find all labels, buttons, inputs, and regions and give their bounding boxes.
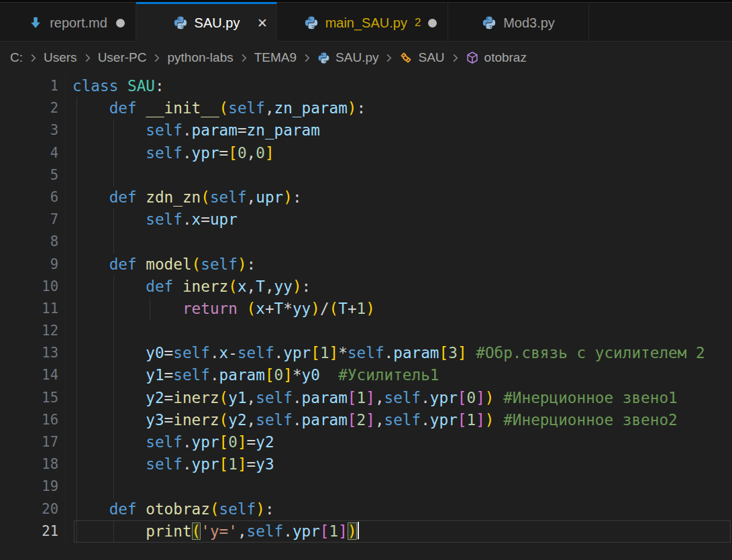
- code-editor[interactable]: 1class SAU:2 def __init__(self,zn_param)…: [0, 74, 732, 543]
- code-line[interactable]: 12: [0, 320, 732, 342]
- token-op: .: [210, 344, 219, 361]
- token-pl: [72, 500, 109, 518]
- token-b2: [: [458, 389, 467, 406]
- code-line[interactable]: 6 def zdn_zn(self,upr):: [0, 186, 732, 209]
- indent-guide: [113, 164, 114, 186]
- token-b1: ]: [238, 455, 247, 473]
- token-var: ypr: [192, 455, 219, 473]
- token-b1: ): [348, 522, 357, 540]
- token-op: =: [247, 433, 256, 451]
- token-pl: [72, 256, 109, 273]
- line-number: 1: [0, 75, 58, 97]
- indent-guide: [76, 164, 77, 186]
- line-number: 2: [0, 97, 58, 119]
- token-pl: [467, 344, 476, 361]
- code-line[interactable]: 5: [0, 164, 732, 186]
- code-line[interactable]: 4 self.ypr=[0,0]: [0, 142, 732, 164]
- code-line[interactable]: 9 def model(self):: [0, 254, 732, 276]
- token-com: #Инерционное звено1: [503, 389, 678, 406]
- tab-sau-py[interactable]: SAU.py✕: [136, 2, 277, 42]
- token-op: ,: [265, 99, 274, 117]
- indent-guide: [76, 342, 77, 364]
- indent-guide: [113, 142, 114, 164]
- token-var: upr: [210, 211, 238, 228]
- token-op: *: [338, 344, 348, 361]
- line-number: 11: [0, 298, 58, 320]
- tab-report-md[interactable]: report.md: [0, 2, 136, 42]
- breadcrumb-item-otobraz[interactable]: otobraz: [466, 50, 527, 65]
- tab-main-sau-py[interactable]: main_SAU.py2: [277, 2, 448, 42]
- breadcrumb-item-sau-py[interactable]: SAU.py: [317, 50, 378, 65]
- breadcrumb-item-sau[interactable]: SAU: [399, 50, 444, 65]
- breadcrumb-item-users[interactable]: Users: [44, 50, 77, 65]
- code-line[interactable]: 11 return (x+T*yy)/(T+1): [0, 298, 732, 320]
- code-line[interactable]: 2 def __init__(self,zn_param):: [0, 97, 732, 119]
- token-pl: [72, 411, 146, 429]
- modified-dot-icon[interactable]: [428, 19, 437, 27]
- indent-guide: [76, 209, 77, 231]
- code-line[interactable]: 8: [0, 231, 732, 253]
- token-pl: [72, 433, 146, 451]
- code-line[interactable]: 16 y3=inerz(y2,self.param[2],self.ypr[1]…: [0, 409, 732, 431]
- code-line[interactable]: 21 print('y=',self.ypr[1]): [0, 520, 732, 543]
- code-line[interactable]: 15 y2=inerz(y1,self.param[1],self.ypr[0]…: [0, 387, 732, 409]
- breadcrumb-label: Users: [44, 50, 77, 65]
- token-pl: [72, 211, 146, 228]
- token-num: 0: [228, 433, 238, 451]
- breadcrumb-item-python-labs[interactable]: python-labs: [167, 50, 233, 65]
- token-var: y3: [146, 411, 164, 429]
- breadcrumb-item-user-pc[interactable]: User-PC: [98, 50, 147, 65]
- line-number: 16: [0, 409, 58, 431]
- code-line[interactable]: 1class SAU:: [0, 75, 732, 97]
- code-text: def model(self):: [72, 254, 256, 276]
- code-line[interactable]: 17 self.ypr[0]=y2: [0, 431, 732, 453]
- code-line[interactable]: 14 y1=self.param[0]*y0 #Усилитель1: [0, 364, 732, 386]
- token-self: self: [384, 411, 421, 429]
- line-number: 3: [0, 119, 58, 142]
- token-str: 'y=': [201, 522, 238, 540]
- token-var: param: [219, 366, 265, 384]
- code-text: def otobraz(self):: [72, 498, 274, 520]
- code-line[interactable]: 7 self.x=upr: [0, 209, 732, 231]
- line-number: 8: [0, 231, 58, 253]
- code-text: y2=inerz(y1,self.param[1],self.ypr[0]) #…: [72, 387, 678, 409]
- token-op: :: [265, 500, 274, 518]
- token-var: ypr: [283, 344, 311, 361]
- tab-label: SAU.py: [195, 15, 240, 31]
- breadcrumb-label: TEMA9: [254, 50, 297, 65]
- token-pl: [72, 188, 109, 206]
- token-op: :: [155, 77, 164, 95]
- code-line[interactable]: 10 def inerz(x,T,yy):: [0, 276, 732, 298]
- code-line[interactable]: 3 self.param=zn_param: [0, 119, 732, 142]
- code-line[interactable]: 20 def otobraz(self):: [0, 498, 732, 520]
- token-op: -: [228, 344, 238, 361]
- token-var: T: [274, 300, 284, 317]
- token-var: x: [219, 344, 229, 361]
- token-self: self: [247, 522, 284, 540]
- chevron-right-icon: [302, 53, 312, 63]
- code-text: self.ypr[1]=y3: [72, 453, 274, 475]
- indent-guide: [76, 254, 77, 276]
- code-line[interactable]: 18 self.ypr[1]=y3: [0, 453, 732, 475]
- chevron-right-icon: [83, 53, 93, 63]
- tab-mod3-py[interactable]: Mod3.py: [448, 2, 589, 42]
- modified-dot-icon[interactable]: [116, 19, 125, 27]
- indent-guide: [76, 453, 77, 475]
- code-text: def inerz(x,T,yy):: [72, 276, 311, 298]
- token-b2: ]: [476, 411, 485, 429]
- breadcrumb-item-c-[interactable]: C:: [10, 50, 23, 65]
- token-num: 1: [329, 522, 339, 540]
- line-number: 4: [0, 142, 58, 164]
- code-text: self.param=zn_param: [72, 119, 320, 142]
- token-var: param: [393, 344, 439, 361]
- token-op: .: [421, 389, 430, 406]
- code-line[interactable]: 13 y0=self.x-self.ypr[1]*self.param[3] #…: [0, 342, 732, 364]
- breadcrumb-item-tema9[interactable]: TEMA9: [254, 50, 297, 65]
- token-var: param: [302, 411, 348, 429]
- token-b1: (: [228, 278, 238, 295]
- chevron-right-icon: [450, 53, 460, 63]
- close-icon[interactable]: ✕: [257, 17, 268, 30]
- code-line[interactable]: 19: [0, 475, 732, 498]
- token-b1: [: [265, 366, 274, 384]
- token-self: self: [256, 411, 293, 429]
